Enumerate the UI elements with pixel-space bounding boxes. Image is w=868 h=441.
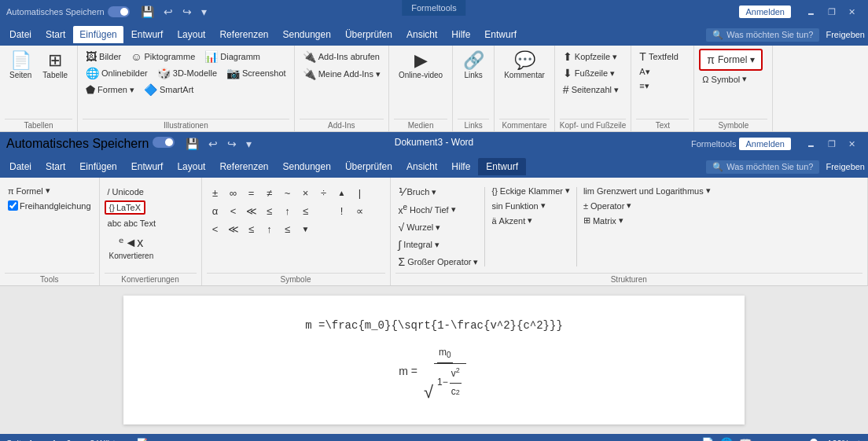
- btn-bilder[interactable]: 🖼 Bilder: [83, 49, 124, 64]
- btn-grenzwert[interactable]: lim Grenzwert und Logarithmus▾: [580, 184, 714, 197]
- freigeben-link-bottom[interactable]: Freigeben: [826, 162, 865, 171]
- sym-neq[interactable]: ≠: [261, 184, 278, 201]
- btn-text-b[interactable]: ≡▾: [636, 79, 652, 93]
- autosave-toggle-bottom[interactable]: [153, 137, 175, 148]
- btn-grosser-operator[interactable]: Σ Großer Operator▾: [395, 254, 482, 270]
- view-read-icon[interactable]: 📖: [739, 437, 752, 441]
- sym-excl[interactable]: !: [333, 202, 351, 219]
- btn-formel[interactable]: π Formel▾: [5, 184, 53, 197]
- anmelden-button-bottom[interactable]: Anmelden: [739, 138, 791, 150]
- sym-times[interactable]: ×: [297, 184, 314, 201]
- minimize-icon-bottom[interactable]: 🗕: [800, 136, 822, 153]
- menu-ansicht-bottom[interactable]: Ansicht: [400, 158, 443, 175]
- more-icon-bottom[interactable]: ▾: [243, 136, 255, 152]
- btn-tabelle[interactable]: ⊞ Tabelle: [38, 49, 72, 83]
- sym-lt2[interactable]: <: [207, 220, 224, 237]
- sym-ll2[interactable]: ≪: [225, 220, 242, 237]
- btn-funktion[interactable]: sin Funktion▾: [488, 199, 572, 212]
- btn-bruch[interactable]: ⅟ Bruch▾: [395, 184, 482, 200]
- btn-kommentar[interactable]: 💬 Kommentar: [499, 49, 550, 83]
- menu-layout-top[interactable]: Layout: [171, 26, 211, 43]
- anmelden-button-top[interactable]: Anmelden: [739, 6, 791, 18]
- sym-eq[interactable]: =: [243, 184, 260, 201]
- btn-addins-abrufen[interactable]: 🔌 Add-Ins abrufen: [300, 49, 383, 64]
- redo-icon-bottom[interactable]: ↪: [224, 136, 240, 152]
- menu-hilfe-bottom[interactable]: Hilfe: [445, 158, 476, 175]
- freihand-checkbox[interactable]: [8, 200, 18, 211]
- menu-ansicht-top[interactable]: Ansicht: [400, 26, 443, 43]
- restore-icon-bottom[interactable]: ❐: [822, 136, 842, 153]
- latex-btn-box[interactable]: {} LaTeX: [105, 200, 146, 215]
- sym-up2[interactable]: ↑: [261, 220, 278, 237]
- view-print-icon[interactable]: 📄: [701, 437, 714, 441]
- btn-seitenzahl[interactable]: # Seitenzahl▾: [560, 82, 622, 97]
- sym-scroll-up[interactable]: ▲: [333, 184, 351, 201]
- menu-sendungen-top[interactable]: Sendungen: [277, 26, 337, 43]
- btn-text-a[interactable]: A▾: [636, 65, 653, 79]
- sym-leq[interactable]: ≤: [261, 202, 278, 219]
- menu-entwurf-bottom[interactable]: Entwurf: [125, 158, 170, 175]
- btn-hoch-tief[interactable]: xe Hoch/ Tief▾: [395, 201, 482, 218]
- btn-eckige-klammer[interactable]: {} Eckige Klammer▾: [488, 184, 572, 197]
- sym-bar[interactable]: |: [351, 184, 369, 201]
- sym-prop[interactable]: ∝: [351, 202, 369, 219]
- btn-kopfzeile[interactable]: ⬆ Kopfzeile▾: [560, 49, 620, 64]
- btn-links[interactable]: 🔗 Links: [458, 49, 489, 83]
- view-web-icon[interactable]: 🌐: [720, 437, 733, 441]
- sym-pm[interactable]: ±: [207, 184, 224, 201]
- formel-button-highlighted[interactable]: π Formel▾: [699, 49, 763, 71]
- sym-lt[interactable]: <: [225, 202, 242, 219]
- menu-ueberprufen-top[interactable]: Überprüfen: [339, 26, 399, 43]
- menu-ueberprufen-bottom[interactable]: Überprüfen: [339, 158, 399, 175]
- sym-div[interactable]: ÷: [315, 184, 333, 201]
- btn-akzent[interactable]: ä Akzent▾: [488, 214, 572, 227]
- menu-entwurf-top[interactable]: Entwurf: [125, 26, 170, 43]
- btn-abc-text[interactable]: abc abc Text: [105, 217, 160, 230]
- menu-einfuegen-top[interactable]: Einfügen: [73, 26, 123, 43]
- close-icon-top[interactable]: ✕: [842, 4, 862, 20]
- btn-seiten[interactable]: 📄 Seiten: [5, 49, 36, 83]
- menu-referenzen-top[interactable]: Referenzen: [213, 26, 274, 43]
- btn-smartart[interactable]: 🔷 SmartArt: [141, 82, 197, 97]
- btn-integral[interactable]: ∫ Integral▾: [395, 237, 482, 252]
- menu-start-top[interactable]: Start: [39, 26, 72, 43]
- btn-diagramm[interactable]: 📊 Diagramm: [201, 49, 263, 64]
- redo-icon[interactable]: ↪: [179, 4, 195, 20]
- btn-freihandgleichung[interactable]: Freihandgleichung: [5, 199, 94, 212]
- btn-operator[interactable]: ± Operator▾: [580, 199, 714, 212]
- btn-latex[interactable]: {} LaTeX: [105, 200, 146, 215]
- sym-scroll-dn[interactable]: ▼: [297, 220, 314, 237]
- more-icon[interactable]: ▾: [198, 4, 210, 20]
- btn-onlinebilder[interactable]: 🌐 Onlinebilder: [83, 65, 151, 81]
- menu-entwurf-active[interactable]: Entwurf: [478, 158, 526, 175]
- btn-fusszeile[interactable]: ⬇ Fußzeile▾: [560, 65, 618, 81]
- sym-ll[interactable]: ≪: [243, 202, 260, 219]
- undo-icon-bottom[interactable]: ↩: [205, 136, 221, 152]
- btn-wurzel[interactable]: √ Wurzel▾: [395, 219, 482, 235]
- zoom-in-icon[interactable]: +: [855, 437, 862, 441]
- btn-meine-addins[interactable]: 🔌 Meine Add-Ins▾: [300, 66, 384, 82]
- sym-alpha[interactable]: α: [207, 202, 224, 219]
- restore-icon-top[interactable]: ❐: [822, 4, 842, 20]
- sym-leq4[interactable]: ≤: [279, 220, 296, 237]
- btn-symbol[interactable]: Ω Symbol▾: [699, 72, 750, 86]
- menu-einfuegen-bottom[interactable]: Einfügen: [73, 158, 123, 175]
- sym-leq3[interactable]: ≤: [243, 220, 260, 237]
- undo-icon[interactable]: ↩: [160, 4, 176, 20]
- minimize-icon-top[interactable]: 🗕: [800, 4, 822, 20]
- menu-start-bottom[interactable]: Start: [39, 158, 72, 175]
- menu-hilfe-top[interactable]: Hilfe: [445, 26, 476, 43]
- sym-inf[interactable]: ∞: [225, 184, 242, 201]
- btn-onlinevideo[interactable]: ▶ Online-video: [394, 49, 447, 83]
- sym-up[interactable]: ↑: [279, 202, 296, 219]
- btn-screenshot[interactable]: 📷 Screenshot: [223, 65, 289, 81]
- sym-scroll-mid[interactable]: [315, 202, 333, 219]
- btn-formen[interactable]: ⬟ Formen▾: [83, 82, 138, 97]
- menu-datei-top[interactable]: Datei: [3, 26, 38, 43]
- autosave-toggle[interactable]: [108, 6, 130, 17]
- menu-sendungen-bottom[interactable]: Sendungen: [277, 158, 337, 175]
- search-box-bottom[interactable]: 🔍 Was möchten Sie tun?: [706, 160, 819, 174]
- menu-layout-bottom[interactable]: Layout: [171, 158, 211, 175]
- save-icon[interactable]: 💾: [138, 4, 157, 20]
- save-icon-bottom[interactable]: 💾: [182, 136, 202, 152]
